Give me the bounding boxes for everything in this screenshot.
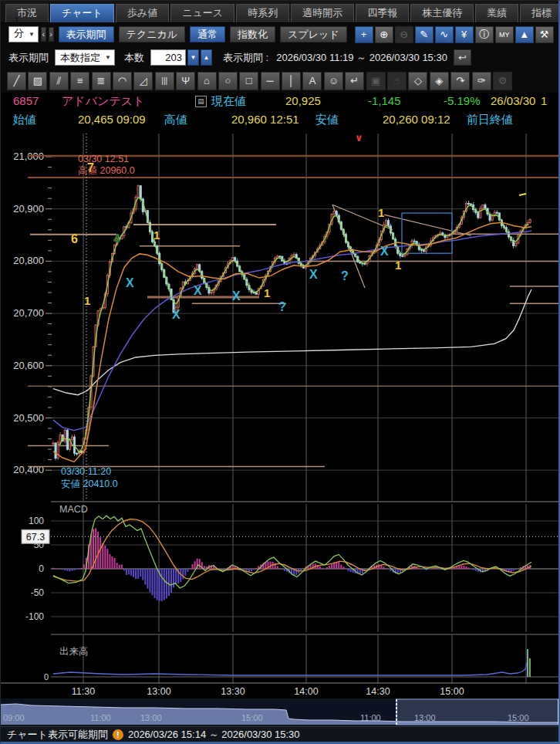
circle-icon[interactable]: ○ bbox=[218, 72, 238, 90]
current-price-label: 現在値 bbox=[211, 94, 246, 109]
svg-text:20,500: 20,500 bbox=[13, 412, 44, 424]
toolbar-buttons: 表示期間テクニカル通常指数化スプレッド bbox=[54, 26, 347, 42]
horizontal-lines4-icon[interactable]: ≣ bbox=[92, 72, 111, 90]
emoji-icon[interactable]: ☺ bbox=[324, 72, 343, 90]
ruler-line-icon[interactable]: ▨ bbox=[28, 72, 47, 90]
eraser-icon[interactable]: ◇ bbox=[408, 72, 427, 90]
rectangle-icon[interactable]: □ bbox=[239, 72, 258, 90]
parallel-lines-icon[interactable]: ⫽ bbox=[49, 72, 69, 90]
svg-text:20,900: 20,900 bbox=[13, 203, 44, 215]
tab-指標-9[interactable]: 指標 bbox=[520, 4, 560, 22]
interval-select[interactable]: 1分足 ▼ bbox=[8, 26, 39, 42]
svg-text:20,700: 20,700 bbox=[13, 307, 44, 319]
count-input[interactable]: 203 bbox=[150, 49, 186, 66]
normal-button[interactable]: 通常 bbox=[190, 26, 225, 42]
crosshair-icon[interactable]: + bbox=[355, 26, 373, 43]
horizontal-lines3-icon[interactable]: ≡ bbox=[70, 72, 89, 90]
open-label: 始値 bbox=[13, 113, 36, 127]
tab-株主優待-7[interactable]: 株主優待 bbox=[410, 4, 474, 22]
zoom-in-icon[interactable]: ⊕ bbox=[375, 26, 393, 43]
tab-ニュース-3[interactable]: ニュース bbox=[170, 4, 234, 22]
svg-text:15:00: 15:00 bbox=[241, 713, 263, 722]
count-down-button[interactable]: ▼ bbox=[187, 49, 199, 66]
svg-text:20,800: 20,800 bbox=[13, 255, 44, 266]
vertical-line-icon[interactable]: │ bbox=[282, 72, 301, 90]
main-price-chart[interactable]: 21,00020,90020,80020,70020,60020,50020,4… bbox=[1, 130, 560, 502]
chart-navigator[interactable]: 09:0011:0013:0015:0011:0013:0015:00 bbox=[1, 698, 560, 726]
zoom-out-icon[interactable]: ⊖ bbox=[395, 26, 413, 43]
reset-range-button[interactable]: ↩ bbox=[454, 49, 471, 66]
tab-四季報-6[interactable]: 四季報 bbox=[356, 4, 409, 22]
chevron-down-icon: ▼ bbox=[29, 31, 35, 38]
svg-text:X: X bbox=[172, 308, 180, 321]
lock-pencil-icon[interactable]: ✑ bbox=[472, 72, 491, 90]
indexed-button[interactable]: 指数化 bbox=[230, 26, 275, 42]
tab-チャート-1[interactable]: チャート bbox=[50, 4, 114, 22]
my-indicator-icon[interactable]: MY bbox=[495, 26, 514, 43]
svg-text:1: 1 bbox=[84, 294, 90, 307]
svg-text:20,600: 20,600 bbox=[13, 360, 44, 371]
pencil-icon[interactable]: ✎ bbox=[415, 26, 433, 43]
pointer-return-icon[interactable]: ↵ bbox=[345, 72, 364, 90]
svg-text:15:00: 15:00 bbox=[508, 713, 529, 722]
svg-text:15:00: 15:00 bbox=[440, 686, 464, 697]
svg-text:X: X bbox=[126, 276, 134, 289]
tab-業績-8[interactable]: 業績 bbox=[475, 4, 518, 22]
text-icon[interactable]: A bbox=[302, 72, 322, 90]
main-toolbar: 1分足 ▼ ‹ › 表示期間テクニカル通常指数化スプレッド +⊕⊖✎∿¥ⓘMY▲… bbox=[1, 23, 558, 46]
yen-icon[interactable]: ¥ bbox=[455, 26, 474, 43]
hand-icon: ☝ bbox=[387, 72, 407, 90]
warning-icon: ! bbox=[113, 729, 123, 740]
redo-icon[interactable]: ↷ bbox=[450, 72, 470, 90]
tab-bar: 市況チャート歩み値ニュース時系列適時開示四季報株主優待業績指標業績‹›↗ bbox=[1, 1, 558, 23]
tab-歩み値-2[interactable]: 歩み値 bbox=[116, 4, 169, 22]
svg-text:13:00: 13:00 bbox=[147, 686, 170, 697]
price-change-pct: -5.19% bbox=[444, 94, 481, 107]
count-up-button[interactable]: ▲ bbox=[201, 49, 212, 66]
interval-next-button[interactable]: › bbox=[49, 27, 54, 42]
tab-適時開示-5[interactable]: 適時開示 bbox=[291, 4, 354, 22]
technical-button[interactable]: テクニカル bbox=[119, 26, 186, 42]
svg-text:X: X bbox=[194, 284, 202, 297]
eraser-text-icon[interactable]: ◈ bbox=[430, 72, 449, 90]
pitchfork-icon[interactable]: Ψ bbox=[176, 72, 195, 90]
quote-date: 26/03/30 bbox=[491, 94, 535, 107]
tab-市況-0[interactable]: 市況 bbox=[5, 4, 49, 22]
toolbar-icons: +⊕⊖✎∿¥ⓘMY▲⚒ bbox=[353, 26, 554, 43]
high-value: 20,960 12:51 bbox=[231, 113, 299, 126]
count-label: 本数 bbox=[124, 51, 144, 65]
fan-lines-icon[interactable]: ◿ bbox=[133, 72, 153, 90]
fibonacci-arc-icon[interactable]: ◠ bbox=[113, 72, 132, 90]
volume-panel[interactable]: 出来高011:3013:0013:3014:0014:3015:00 bbox=[1, 634, 560, 698]
trendline-icon[interactable]: ╱ bbox=[7, 72, 26, 90]
svg-text:?: ? bbox=[278, 300, 286, 313]
quote-panel: 6857 アドバンテスト ▤ 現在値 20,925 -1,145 -5.19% … bbox=[1, 93, 558, 130]
pentagon-icon[interactable]: ⌂ bbox=[197, 72, 217, 90]
svg-text:09:00: 09:00 bbox=[3, 713, 25, 722]
chart-window: 市況チャート歩み値ニュース時系列適時開示四季報株主優待業績指標業績‹›↗ 1分足… bbox=[0, 0, 560, 744]
spread-button[interactable]: スプレッド bbox=[280, 26, 347, 42]
tab-時系列-4[interactable]: 時系列 bbox=[236, 4, 289, 22]
trend-cursor-icon[interactable]: ∿ bbox=[435, 26, 454, 43]
svg-text:67.3: 67.3 bbox=[26, 532, 45, 543]
svg-text:1: 1 bbox=[153, 228, 160, 242]
svg-text:安値 20410.0: 安値 20410.0 bbox=[61, 479, 118, 489]
period-bar: 表示期間 本数指定 ▼ 本数 203 ▼ ▲ 表示期間 : 2026/03/30… bbox=[1, 46, 558, 69]
horizontal-line-icon[interactable]: ─ bbox=[261, 72, 280, 90]
chart-style-icon[interactable]: ▲ bbox=[515, 26, 534, 43]
stock-code: 6857 bbox=[13, 94, 39, 107]
copy-icon: ▣ bbox=[366, 72, 386, 90]
macd-panel[interactable]: 100500-50-10067.3MACD bbox=[1, 502, 560, 634]
list-icon[interactable]: ▤ bbox=[195, 96, 207, 107]
display-period-button[interactable]: 表示期間 bbox=[59, 26, 114, 42]
info-icon[interactable]: ⓘ bbox=[475, 26, 494, 43]
high-label: 高値 bbox=[164, 113, 187, 127]
svg-text:X: X bbox=[380, 245, 389, 258]
period-label: 表示期間 bbox=[8, 51, 49, 65]
interval-prev-button[interactable]: ‹ bbox=[41, 27, 46, 42]
low-label: 安値 bbox=[315, 113, 339, 127]
count-mode-select[interactable]: 本数指定 ▼ bbox=[55, 49, 115, 66]
vertical-lines-icon[interactable]: ||| bbox=[155, 72, 174, 90]
svg-text:X: X bbox=[232, 289, 241, 303]
settings-wrench-icon[interactable]: ⚒ bbox=[535, 26, 554, 43]
